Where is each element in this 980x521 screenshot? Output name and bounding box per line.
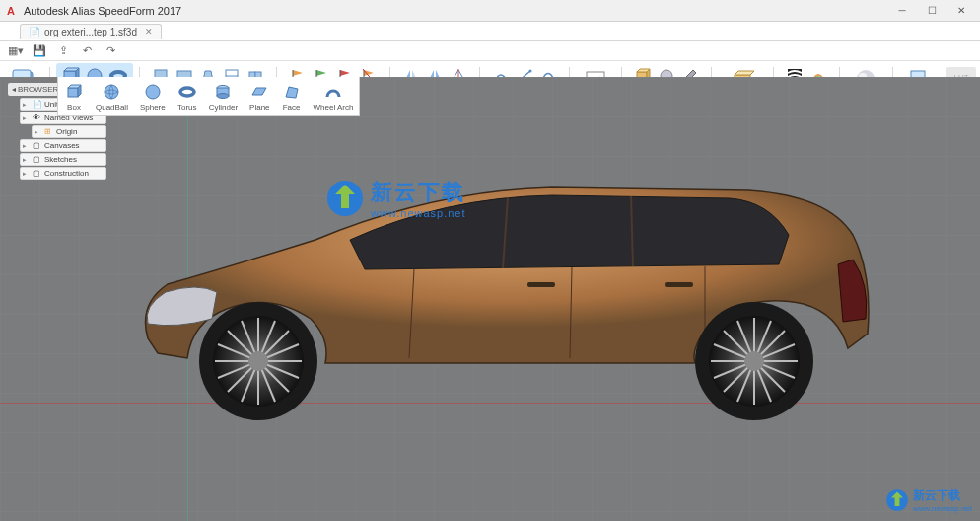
svg-point-78 [180,88,194,96]
redo-button[interactable]: ↷ [103,43,118,59]
plane-label: Plane [249,103,269,112]
svg-marker-82 [252,88,266,95]
quadball-icon [102,82,121,102]
watermark-corner-url: www.newasp.net [913,504,972,513]
viewport-3d[interactable] [0,77,980,521]
svg-marker-18 [340,70,350,76]
close-button[interactable]: ✕ [946,2,976,20]
watermark-logo-icon [325,179,365,218]
primitive-box[interactable]: Box [58,77,90,115]
cylinder-label: Cylinder [209,103,238,112]
maximize-button[interactable]: ☐ [917,2,946,20]
sphere-label: Sphere [140,103,166,112]
watermark-corner-cn: 新云下载 [913,487,972,504]
svg-marker-20 [364,70,374,76]
primitive-cylinder[interactable]: Cylinder [203,77,244,115]
car-model [118,166,887,422]
svg-marker-83 [286,87,298,98]
svg-point-72 [744,351,764,371]
primitive-face[interactable]: Face [276,77,308,115]
watermark-text-cn: 新云下载 [371,178,466,207]
sphere-icon [143,82,163,102]
watermark-center: 新云下载 www.newasp.net [325,178,466,219]
window-controls: ─ ☐ ✕ [887,2,976,20]
box-label: Box [67,103,81,112]
torus-icon [177,82,197,102]
primitive-quadball[interactable]: QuadBall [90,77,134,115]
minimize-button[interactable]: ─ [887,2,917,20]
svg-rect-73 [68,88,78,97]
undo-button[interactable]: ↶ [79,43,95,59]
primitive-plane[interactable]: Plane [244,77,275,115]
svg-point-76 [105,85,118,99]
browser-node-canvases[interactable]: ▸▢Canvases [20,139,106,152]
primitive-wheel-arch[interactable]: Wheel Arch [308,77,360,115]
browser-node-construction[interactable]: ▸▢Construction [20,167,106,180]
save-button[interactable]: 💾 [32,43,47,59]
wheel-arch-icon [323,82,343,102]
watermark-corner: 新云下载 www.newasp.net [885,487,972,513]
svg-rect-49 [527,282,555,287]
primitive-torus[interactable]: Torus [172,77,203,115]
svg-point-61 [248,351,268,371]
plane-icon [249,82,269,102]
titlebar: A Autodesk Alias SpeedForm 2017 ─ ☐ ✕ [0,0,980,22]
file-icon: 📄 [29,27,40,37]
primitives-subribbon: Box QuadBall Sphere Torus Cylinder Plane… [57,77,360,116]
svg-marker-39 [735,71,754,75]
box-icon [64,82,84,102]
document-tab[interactable]: 📄 org exteri...tep 1.sf3d ✕ [20,24,162,39]
torus-label: Torus [177,103,197,112]
app-icon: A [4,4,18,18]
close-tab-icon[interactable]: ✕ [145,27,153,37]
primitive-sphere[interactable]: Sphere [134,77,172,115]
svg-point-77 [146,85,160,99]
face-label: Face [283,103,301,112]
watermark-corner-logo-icon [885,488,909,512]
svg-point-31 [529,70,532,73]
browser-node-origin[interactable]: ▸⊞Origin [32,125,106,138]
svg-rect-50 [665,282,693,287]
watermark-text-url: www.newasp.net [371,207,466,219]
cylinder-icon [213,82,233,102]
svg-marker-16 [316,70,326,76]
wheel-arch-label: Wheel Arch [314,103,354,112]
file-menu-button[interactable]: ▦▾ [8,43,24,59]
export-button[interactable]: ⇪ [55,43,71,59]
document-tabbar: 📄 org exteri...tep 1.sf3d ✕ [0,22,980,41]
quadball-label: QuadBall [96,103,128,112]
quick-access-toolbar: ▦▾ 💾 ⇪ ↶ ↷ [0,41,980,61]
face-icon [282,82,302,102]
document-tab-label: org exteri...tep 1.sf3d [44,27,137,37]
browser-node-sketches[interactable]: ▸▢Sketches [20,153,106,166]
svg-point-81 [217,93,229,98]
window-title: Autodesk Alias SpeedForm 2017 [24,5,887,17]
svg-marker-14 [293,70,303,76]
